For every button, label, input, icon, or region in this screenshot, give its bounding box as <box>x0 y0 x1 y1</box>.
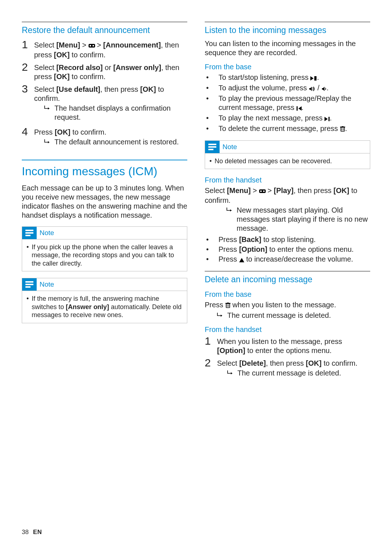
section-heading: Delete an incoming message <box>205 274 370 285</box>
result-arrow-icon <box>44 138 54 146</box>
note-box: Note •No deleted messages can be recover… <box>205 140 370 169</box>
note-icon <box>22 278 37 291</box>
section-heading: Listen to the incoming messages <box>205 25 370 36</box>
sub-heading: From the base <box>205 290 370 299</box>
steps-list: When you listen to the message, press [O… <box>205 336 370 380</box>
result-arrow-icon <box>217 311 227 319</box>
list-item: •Press [Option] to enter the options men… <box>205 245 370 254</box>
step: Select [Menu] > > [Announcement], then p… <box>22 39 187 59</box>
sub-heading: From the handset <box>205 325 370 334</box>
volume-up-icon <box>309 84 315 93</box>
rule <box>205 22 370 22</box>
result: New messages start playing. Old messages… <box>226 206 370 233</box>
page-lang: EN <box>33 529 42 535</box>
paragraph: Press when you listen to the message. <box>205 300 370 310</box>
step: Select [Delete], then press [OK] to conf… <box>205 357 370 380</box>
tape-icon <box>89 41 95 50</box>
sub-heading: From the base <box>205 62 370 71</box>
result-arrow-icon <box>44 104 54 112</box>
rule <box>22 22 187 22</box>
rule <box>205 271 370 271</box>
page-number: 38 <box>22 529 29 535</box>
up-icon <box>239 255 244 264</box>
previous-icon <box>297 104 302 113</box>
volume-down-icon <box>322 84 327 93</box>
page-footer: 38EN <box>22 528 42 536</box>
list-item: •To adjust the volume, press / . <box>205 83 370 93</box>
step: Select [Use default], then press [OK] to… <box>22 83 187 124</box>
left-column: Restore the default announcement Select … <box>22 22 187 382</box>
bullet-list: •To start/stop listening, press . •To ad… <box>205 73 370 134</box>
right-column: Listen to the incoming messages You can … <box>205 22 370 382</box>
note-box: Note •If the memory is full, the answeri… <box>22 278 187 323</box>
trash-icon <box>340 125 345 134</box>
list-item: •To start/stop listening, press . <box>205 73 370 83</box>
section-heading: Restore the default announcement <box>22 25 187 36</box>
play-stop-icon <box>310 74 317 83</box>
list-item: •Press to increase/decrease the volume. <box>205 255 370 264</box>
note-box: Note •If you pick up the phone when the … <box>22 226 187 272</box>
paragraph: Each message can be up to 3 minutes long… <box>22 184 187 220</box>
note-icon <box>205 141 220 153</box>
result: The current message is deleted. <box>227 369 358 378</box>
steps-list: Select [Menu] > > [Announcement], then p… <box>22 39 187 149</box>
next-icon <box>324 114 330 123</box>
result-arrow-icon <box>227 369 237 377</box>
step: Select [Record also] or [Answer only], t… <box>22 62 187 81</box>
list-item: •Press [Back] to stop listening. <box>205 235 370 244</box>
trash-icon <box>225 301 230 310</box>
bullet-list: •Press [Back] to stop listening. •Press … <box>205 235 370 264</box>
paragraph: Select [Menu] > > [Play], then press [OK… <box>205 186 370 205</box>
step: When you listen to the message, press [O… <box>205 336 370 355</box>
list-item: •To play the next message, press . <box>205 114 370 123</box>
result: The current message is deleted. <box>217 311 370 320</box>
paragraph: You can listen to the incoming messages … <box>205 39 370 57</box>
major-heading: Incoming messages (ICM) <box>22 160 187 178</box>
result: The handset displays a confirmation requ… <box>44 104 187 122</box>
list-item: •To delete the current message, press . <box>205 124 370 134</box>
note-icon <box>22 227 37 239</box>
result-arrow-icon <box>226 206 237 214</box>
list-item: •To play the previous message/Replay the… <box>205 94 370 113</box>
step: Press [OK] to confirm. The default annou… <box>22 126 187 149</box>
result: The default announcement is restored. <box>44 138 179 147</box>
sub-heading: From the handset <box>205 176 370 185</box>
tape-icon <box>259 187 266 196</box>
